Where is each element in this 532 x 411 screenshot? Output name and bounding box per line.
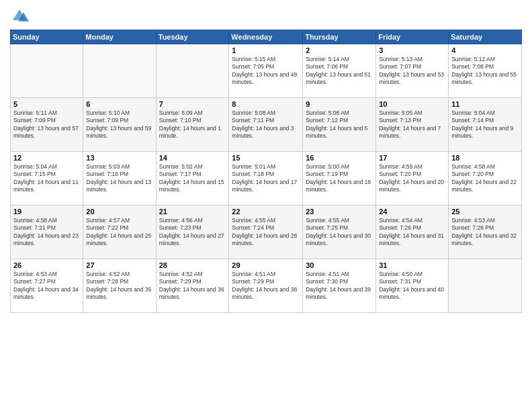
day-number: 18: [451, 154, 519, 162]
weekday-header-row: SundayMondayTuesdayWednesdayThursdayFrid…: [11, 30, 522, 44]
calendar-cell: 25Sunrise: 4:53 AM Sunset: 7:26 PM Dayli…: [449, 205, 522, 259]
day-number: 11: [451, 100, 519, 108]
calendar-cell: 21Sunrise: 4:56 AM Sunset: 7:23 PM Dayli…: [156, 205, 229, 259]
calendar-week-2: 5Sunrise: 5:11 AM Sunset: 7:09 PM Daylig…: [11, 98, 522, 152]
weekday-header-friday: Friday: [376, 30, 449, 44]
day-info: Sunrise: 4:53 AM Sunset: 7:26 PM Dayligh…: [451, 217, 519, 248]
day-info: Sunrise: 4:53 AM Sunset: 7:27 PM Dayligh…: [13, 271, 80, 302]
day-number: 20: [86, 208, 152, 216]
day-number: 4: [451, 46, 519, 54]
calendar-header: SundayMondayTuesdayWednesdayThursdayFrid…: [11, 30, 522, 44]
calendar-week-4: 19Sunrise: 4:58 AM Sunset: 7:21 PM Dayli…: [11, 205, 522, 259]
day-number: 13: [86, 154, 152, 162]
calendar-cell: 12Sunrise: 5:04 AM Sunset: 7:15 PM Dayli…: [11, 152, 83, 205]
day-number: 22: [232, 208, 300, 216]
calendar-cell: 7Sunrise: 5:09 AM Sunset: 7:10 PM Daylig…: [156, 98, 229, 152]
weekday-header-sunday: Sunday: [11, 30, 83, 44]
calendar-cell: [449, 259, 522, 313]
calendar-cell: 30Sunrise: 4:51 AM Sunset: 7:30 PM Dayli…: [303, 259, 376, 313]
day-number: 7: [159, 100, 226, 108]
day-number: 12: [13, 154, 80, 162]
weekday-header-thursday: Thursday: [303, 30, 376, 44]
day-number: 29: [232, 261, 300, 269]
day-number: 28: [159, 261, 226, 269]
calendar-cell: 13Sunrise: 5:03 AM Sunset: 7:16 PM Dayli…: [83, 152, 156, 205]
day-info: Sunrise: 5:11 AM Sunset: 7:09 PM Dayligh…: [13, 109, 80, 140]
calendar-cell: 19Sunrise: 4:58 AM Sunset: 7:21 PM Dayli…: [11, 205, 83, 259]
weekday-header-saturday: Saturday: [449, 30, 522, 44]
calendar-table: SundayMondayTuesdayWednesdayThursdayFrid…: [10, 30, 522, 313]
day-info: Sunrise: 5:14 AM Sunset: 7:06 PM Dayligh…: [306, 56, 373, 87]
day-info: Sunrise: 5:08 AM Sunset: 7:11 PM Dayligh…: [232, 109, 300, 140]
day-info: Sunrise: 4:56 AM Sunset: 7:23 PM Dayligh…: [159, 217, 226, 248]
day-number: 8: [232, 100, 300, 108]
calendar-cell: 24Sunrise: 4:54 AM Sunset: 7:26 PM Dayli…: [376, 205, 449, 259]
day-info: Sunrise: 4:58 AM Sunset: 7:20 PM Dayligh…: [451, 163, 519, 194]
day-info: Sunrise: 5:00 AM Sunset: 7:19 PM Dayligh…: [306, 163, 373, 194]
calendar-cell: [156, 44, 229, 98]
day-number: 31: [379, 261, 445, 269]
day-info: Sunrise: 5:12 AM Sunset: 7:08 PM Dayligh…: [451, 56, 519, 87]
header: [10, 7, 522, 26]
calendar-cell: 17Sunrise: 4:59 AM Sunset: 7:20 PM Dayli…: [376, 152, 449, 205]
calendar-cell: 2Sunrise: 5:14 AM Sunset: 7:06 PM Daylig…: [303, 44, 376, 98]
day-number: 23: [306, 208, 373, 216]
calendar-cell: [11, 44, 83, 98]
day-info: Sunrise: 5:03 AM Sunset: 7:16 PM Dayligh…: [86, 163, 152, 194]
weekday-header-tuesday: Tuesday: [156, 30, 229, 44]
weekday-header-monday: Monday: [83, 30, 156, 44]
day-number: 2: [306, 46, 373, 54]
calendar-cell: 26Sunrise: 4:53 AM Sunset: 7:27 PM Dayli…: [11, 259, 83, 313]
day-info: Sunrise: 4:59 AM Sunset: 7:20 PM Dayligh…: [379, 163, 445, 194]
calendar-cell: 11Sunrise: 5:04 AM Sunset: 7:14 PM Dayli…: [449, 98, 522, 152]
day-number: 25: [451, 208, 519, 216]
calendar-cell: 3Sunrise: 5:13 AM Sunset: 7:07 PM Daylig…: [376, 44, 449, 98]
day-number: 5: [13, 100, 80, 108]
day-info: Sunrise: 5:04 AM Sunset: 7:15 PM Dayligh…: [13, 163, 80, 194]
day-number: 9: [306, 100, 373, 108]
day-info: Sunrise: 4:57 AM Sunset: 7:22 PM Dayligh…: [86, 217, 152, 248]
day-info: Sunrise: 5:04 AM Sunset: 7:14 PM Dayligh…: [451, 109, 519, 140]
calendar-week-5: 26Sunrise: 4:53 AM Sunset: 7:27 PM Dayli…: [11, 259, 522, 313]
calendar-cell: 5Sunrise: 5:11 AM Sunset: 7:09 PM Daylig…: [11, 98, 83, 152]
calendar-cell: 6Sunrise: 5:10 AM Sunset: 7:09 PM Daylig…: [83, 98, 156, 152]
day-number: 6: [86, 100, 152, 108]
day-number: 16: [306, 154, 373, 162]
calendar-cell: 22Sunrise: 4:55 AM Sunset: 7:24 PM Dayli…: [229, 205, 303, 259]
day-info: Sunrise: 4:55 AM Sunset: 7:24 PM Dayligh…: [232, 217, 300, 248]
day-info: Sunrise: 4:51 AM Sunset: 7:29 PM Dayligh…: [232, 271, 300, 302]
day-number: 1: [232, 46, 300, 54]
day-info: Sunrise: 4:51 AM Sunset: 7:30 PM Dayligh…: [306, 271, 373, 302]
calendar-cell: 9Sunrise: 5:06 AM Sunset: 7:12 PM Daylig…: [303, 98, 376, 152]
calendar-cell: 29Sunrise: 4:51 AM Sunset: 7:29 PM Dayli…: [229, 259, 303, 313]
day-info: Sunrise: 4:58 AM Sunset: 7:21 PM Dayligh…: [13, 217, 80, 248]
logo-icon: [10, 7, 29, 26]
day-number: 14: [159, 154, 226, 162]
day-info: Sunrise: 5:05 AM Sunset: 7:13 PM Dayligh…: [379, 109, 445, 140]
day-number: 26: [13, 261, 80, 269]
day-number: 27: [86, 261, 152, 269]
calendar-cell: 31Sunrise: 4:50 AM Sunset: 7:31 PM Dayli…: [376, 259, 449, 313]
day-number: 21: [159, 208, 226, 216]
day-info: Sunrise: 5:06 AM Sunset: 7:12 PM Dayligh…: [306, 109, 373, 140]
calendar-cell: 15Sunrise: 5:01 AM Sunset: 7:18 PM Dayli…: [229, 152, 303, 205]
day-info: Sunrise: 4:55 AM Sunset: 7:25 PM Dayligh…: [306, 217, 373, 248]
day-number: 24: [379, 208, 445, 216]
day-info: Sunrise: 5:01 AM Sunset: 7:18 PM Dayligh…: [232, 163, 300, 194]
calendar-cell: 16Sunrise: 5:00 AM Sunset: 7:19 PM Dayli…: [303, 152, 376, 205]
day-info: Sunrise: 4:50 AM Sunset: 7:31 PM Dayligh…: [379, 271, 445, 302]
page: SundayMondayTuesdayWednesdayThursdayFrid…: [0, 0, 532, 411]
day-number: 15: [232, 154, 300, 162]
calendar-cell: 14Sunrise: 5:02 AM Sunset: 7:17 PM Dayli…: [156, 152, 229, 205]
calendar-body: 1Sunrise: 5:15 AM Sunset: 7:05 PM Daylig…: [11, 44, 522, 313]
calendar-cell: 27Sunrise: 4:52 AM Sunset: 7:28 PM Dayli…: [83, 259, 156, 313]
day-info: Sunrise: 5:09 AM Sunset: 7:10 PM Dayligh…: [159, 109, 226, 140]
calendar-week-1: 1Sunrise: 5:15 AM Sunset: 7:05 PM Daylig…: [11, 44, 522, 98]
calendar-cell: 23Sunrise: 4:55 AM Sunset: 7:25 PM Dayli…: [303, 205, 376, 259]
calendar-cell: 10Sunrise: 5:05 AM Sunset: 7:13 PM Dayli…: [376, 98, 449, 152]
day-info: Sunrise: 5:10 AM Sunset: 7:09 PM Dayligh…: [86, 109, 152, 140]
day-info: Sunrise: 5:15 AM Sunset: 7:05 PM Dayligh…: [232, 56, 300, 87]
weekday-header-wednesday: Wednesday: [229, 30, 303, 44]
day-info: Sunrise: 4:52 AM Sunset: 7:29 PM Dayligh…: [159, 271, 226, 302]
calendar-cell: 8Sunrise: 5:08 AM Sunset: 7:11 PM Daylig…: [229, 98, 303, 152]
